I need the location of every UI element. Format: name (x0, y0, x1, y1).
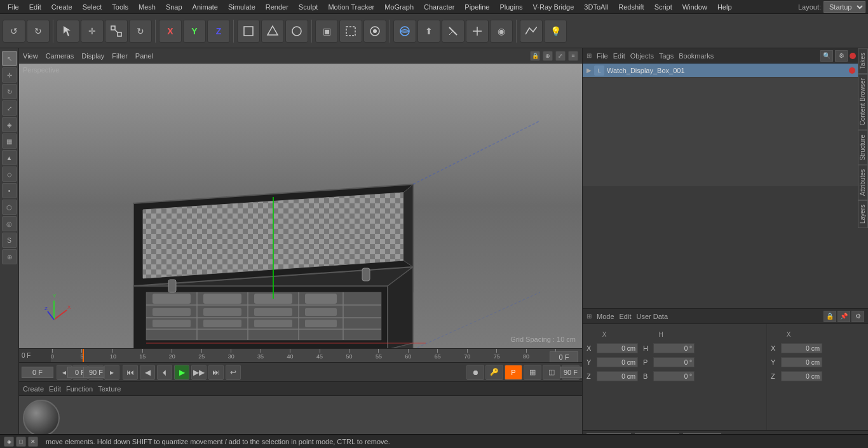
viewport-canvas[interactable]: Perspective (19, 64, 582, 348)
knife-button[interactable] (442, 20, 465, 43)
tab-attributes[interactable]: Attributes (858, 165, 868, 200)
coord-z-input[interactable] (597, 371, 638, 381)
obj-menu-file[interactable]: File (597, 52, 608, 60)
viewport-menu-view[interactable]: View (23, 52, 38, 60)
tab-structure[interactable]: Structure (858, 130, 868, 165)
coord-b-input[interactable] (653, 371, 695, 381)
menu-create[interactable]: Create (46, 2, 78, 12)
coord-p-input[interactable] (653, 357, 695, 367)
menu-select[interactable]: Select (78, 2, 107, 12)
obj-visibility-red[interactable] (849, 67, 855, 74)
scale-tool-button[interactable] (105, 20, 128, 43)
vp-lock-btn[interactable]: 🔒 (530, 51, 540, 61)
menu-character[interactable]: Character (419, 2, 459, 12)
tab-takes[interactable]: Takes (858, 48, 868, 74)
light-button[interactable]: 💡 (544, 20, 567, 43)
tool-polygon[interactable]: ▲ (2, 150, 17, 165)
mat-menu-edit[interactable]: Edit (49, 385, 61, 393)
record-button[interactable]: ⏺ (466, 365, 484, 380)
timeline-ruler[interactable]: 051015202530354045505560657075808590 (51, 349, 582, 362)
menu-edit[interactable]: Edit (24, 2, 46, 12)
attr-menu-edit[interactable]: Edit (620, 313, 632, 320)
start-frame-input[interactable] (22, 367, 53, 378)
scale-y-input[interactable] (781, 357, 822, 367)
tab-layers[interactable]: Layers (858, 200, 868, 228)
menu-3dtoall[interactable]: 3DToAll (579, 2, 613, 12)
goto-start-button[interactable]: ⏮ (123, 365, 138, 380)
render-view-button[interactable]: ▣ (315, 20, 338, 43)
obj-row-watch-box[interactable]: ▶ L Watch_Display_Box_001 (583, 64, 868, 78)
menu-redshift[interactable]: Redshift (613, 2, 649, 12)
attr-lock-btn[interactable]: 🔒 (824, 311, 836, 322)
tool-rotate[interactable]: ↻ (2, 84, 17, 99)
tool-texture[interactable]: ▦ (2, 133, 17, 149)
obj-menu-objects[interactable]: Objects (630, 52, 654, 60)
tool-material[interactable]: ◈ (2, 117, 17, 132)
vp-center-btn[interactable]: ⊕ (543, 51, 553, 61)
move-tool-button[interactable]: ✛ (81, 20, 104, 43)
step-fwd-mini-button[interactable]: ▸ (104, 365, 119, 380)
menu-window[interactable]: Window (677, 2, 712, 12)
status-icon-3[interactable]: ✕ (28, 437, 38, 447)
redo-button[interactable]: ↻ (27, 20, 50, 43)
status-icon-2[interactable]: □ (16, 437, 26, 447)
motion-btn[interactable]: ▦ (524, 365, 541, 380)
tool-point[interactable]: • (2, 183, 17, 198)
goto-end-button[interactable]: ⏭ (208, 365, 224, 380)
menu-animate[interactable]: Animate (187, 2, 223, 12)
vp-expand-btn[interactable]: ⤢ (555, 51, 566, 61)
menu-mesh[interactable]: Mesh (133, 2, 161, 12)
x-axis-button[interactable]: X (159, 20, 182, 43)
play-reverse-button[interactable]: ⏴ (157, 365, 172, 380)
render-region-button[interactable] (339, 20, 362, 43)
y-axis-button[interactable]: Y (183, 20, 206, 43)
tab-content-browser[interactable]: Content Browser (858, 74, 868, 130)
viewport-menu-filter[interactable]: Filter (112, 52, 127, 60)
onion-btn[interactable]: ◫ (543, 365, 560, 380)
menu-motion-tracker[interactable]: Motion Tracker (323, 2, 379, 12)
object-mode-button[interactable] (237, 20, 260, 43)
menu-render[interactable]: Render (261, 2, 294, 12)
autokey-button[interactable]: 🔑 (485, 365, 503, 380)
menu-tools[interactable]: Tools (107, 2, 133, 12)
viewport-menu-panel[interactable]: Panel (135, 52, 153, 60)
coord-h-input[interactable] (653, 343, 695, 353)
layout-select[interactable]: Startup (824, 1, 865, 13)
attr-options-btn[interactable]: ⚙ (851, 311, 864, 322)
coord-x-input[interactable] (597, 343, 638, 353)
live-button[interactable]: ◉ (490, 20, 513, 43)
status-icon-1[interactable]: ◈ (4, 437, 14, 447)
menu-mograph[interactable]: MoGraph (379, 2, 419, 12)
tool-scale2[interactable]: ⤢ (2, 100, 17, 116)
end-frame-input-transport[interactable] (562, 365, 580, 380)
menu-vray[interactable]: V-Ray Bridge (528, 2, 580, 12)
loop-button[interactable]: ↩ (226, 365, 241, 380)
attr-menu-userdata[interactable]: User Data (637, 313, 668, 320)
coord-y-input[interactable] (597, 357, 638, 367)
menu-simulate[interactable]: Simulate (223, 2, 261, 12)
play-button[interactable]: ▶ (174, 365, 189, 380)
end-frame-transport-input[interactable] (560, 367, 582, 378)
step-back-button[interactable]: ◀ (140, 365, 155, 380)
tool-edge[interactable]: ◇ (2, 166, 17, 182)
select-tool-button[interactable] (57, 20, 79, 43)
tool-sym[interactable]: ⊕ (2, 249, 17, 264)
step-fwd-button[interactable]: ▶▶ (191, 365, 207, 380)
polygon-mode-button[interactable] (261, 20, 284, 43)
undo-button[interactable]: ↺ (3, 20, 25, 43)
tool-pointer[interactable]: ↖ (2, 51, 17, 66)
tool-magnet[interactable]: S (2, 233, 17, 248)
attr-menu-mode[interactable]: Mode (597, 313, 614, 320)
menu-help[interactable]: Help (712, 2, 737, 12)
key-button[interactable]: P (505, 365, 522, 380)
menu-sculpt[interactable]: Sculpt (294, 2, 323, 12)
menu-file[interactable]: File (3, 2, 24, 12)
interp-button[interactable] (520, 20, 543, 43)
scale-z-input[interactable] (781, 371, 822, 381)
attr-pin-btn[interactable]: 📌 (837, 311, 850, 322)
mat-menu-texture[interactable]: Texture (98, 385, 121, 393)
viewport-menu-cameras[interactable]: Cameras (46, 52, 74, 60)
extrude-button[interactable]: ⬆ (417, 20, 440, 43)
tool-paint[interactable]: ◎ (2, 216, 17, 231)
obj-menu-tags[interactable]: Tags (659, 52, 674, 60)
